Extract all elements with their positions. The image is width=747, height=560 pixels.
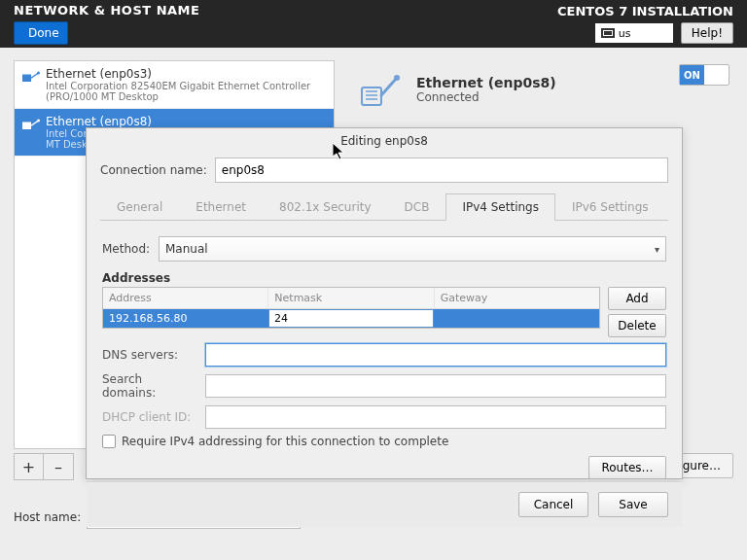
search-domains-label: Search domains:: [102, 372, 199, 400]
tab-general[interactable]: General: [100, 193, 179, 221]
svg-rect-0: [22, 75, 31, 83]
edit-connection-dialog: Editing enp0s8 Connection name: General …: [86, 127, 683, 479]
col-netmask: Netmask: [268, 288, 434, 308]
dns-input[interactable]: [205, 343, 666, 367]
save-button[interactable]: Save: [598, 492, 668, 517]
nic-icon: [22, 70, 40, 84]
routes-button[interactable]: Routes…: [588, 456, 666, 479]
method-value: Manual: [165, 242, 208, 256]
status-state: Connected: [416, 90, 556, 104]
svg-point-7: [394, 75, 400, 81]
device-name: Ethernet (enp0s8): [46, 115, 326, 128]
svg-point-5: [37, 120, 40, 122]
require-ipv4-checkbox[interactable]: [102, 435, 116, 448]
search-domains-input[interactable]: [205, 374, 666, 398]
connection-name-label: Connection name:: [100, 163, 207, 177]
connection-toggle[interactable]: ON: [679, 64, 729, 86]
device-status: Ethernet (enp0s8) Connected ON: [360, 60, 733, 119]
chevron-down-icon: ▾: [655, 244, 659, 255]
svg-rect-6: [362, 88, 381, 105]
tab-dcb[interactable]: DCB: [388, 193, 446, 221]
svg-rect-3: [22, 122, 31, 130]
add-interface-button[interactable]: +: [15, 454, 44, 479]
tab-ethernet[interactable]: Ethernet: [179, 193, 263, 221]
cancel-button[interactable]: Cancel: [518, 492, 588, 517]
nic-large-icon: [360, 70, 403, 109]
keyboard-indicator[interactable]: us: [595, 23, 673, 43]
address-row[interactable]: 192.168.56.80 24: [103, 309, 599, 328]
connection-name-input[interactable]: [215, 158, 668, 183]
keyboard-layout: us: [619, 27, 631, 40]
dialog-footer: Cancel Save: [87, 481, 682, 527]
status-title: Ethernet (enp0s8): [416, 75, 556, 90]
tab-bar: General Ethernet 802.1x Security DCB IPv…: [100, 192, 668, 221]
device-name: Ethernet (enp0s3): [46, 67, 326, 81]
done-button[interactable]: Done: [14, 21, 68, 45]
tab-8021x[interactable]: 802.1x Security: [263, 193, 388, 221]
tab-ipv4[interactable]: IPv4 Settings: [445, 193, 555, 221]
ipv4-panel: Method: Manual ▾ Addresses Address Netma…: [100, 227, 668, 481]
col-gateway: Gateway: [435, 288, 599, 308]
help-button[interactable]: Help!: [681, 22, 733, 44]
toggle-on-label: ON: [680, 65, 704, 85]
cell-gateway[interactable]: [434, 309, 599, 328]
dhcp-client-id-input[interactable]: [205, 405, 666, 429]
dhcp-client-id-label: DHCP client ID:: [102, 410, 199, 424]
delete-address-button[interactable]: Delete: [608, 314, 666, 337]
require-ipv4-label: Require IPv4 addressing for this connect…: [122, 435, 448, 448]
svg-point-2: [37, 72, 40, 75]
cell-address[interactable]: 192.168.56.80: [103, 309, 268, 328]
cell-netmask[interactable]: 24: [268, 309, 434, 328]
dialog-title: Editing enp0s8: [87, 128, 682, 152]
nic-icon: [22, 118, 40, 131]
addresses-heading: Addresses: [102, 271, 666, 285]
col-address: Address: [103, 288, 268, 308]
method-select[interactable]: Manual ▾: [159, 236, 666, 262]
addresses-table: Address Netmask Gateway 192.168.56.80 24: [102, 287, 600, 329]
add-address-button[interactable]: Add: [608, 287, 666, 310]
page-title: NETWORK & HOST NAME: [14, 3, 199, 18]
tab-ipv6[interactable]: IPv6 Settings: [555, 193, 665, 221]
installer-title: CENTOS 7 INSTALLATION: [557, 4, 733, 18]
device-item[interactable]: Ethernet (enp0s3) Intel Corporation 8254…: [15, 61, 334, 109]
hostname-label: Host name:: [14, 510, 81, 524]
keyboard-icon: [601, 28, 615, 38]
method-label: Method:: [102, 242, 151, 256]
remove-interface-button[interactable]: –: [44, 454, 73, 479]
device-sub: Intel Corporation 82540EM Gigabit Ethern…: [46, 81, 326, 102]
require-ipv4-row[interactable]: Require IPv4 addressing for this connect…: [102, 435, 666, 448]
dns-label: DNS servers:: [102, 348, 199, 362]
top-bar: NETWORK & HOST NAME Done CENTOS 7 INSTAL…: [0, 0, 747, 48]
add-remove-group: + –: [14, 453, 74, 480]
